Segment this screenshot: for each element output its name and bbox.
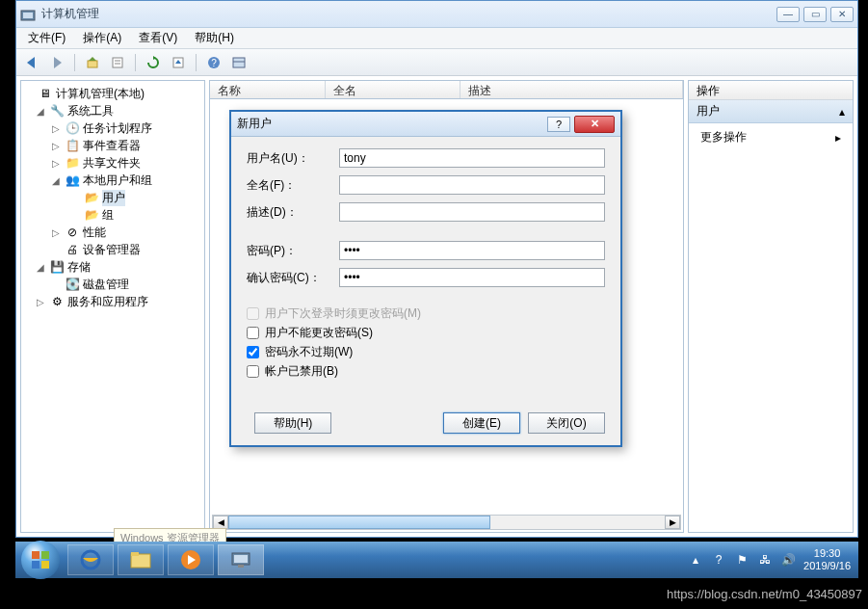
chk-cannotchange[interactable] [247, 327, 259, 339]
help-button[interactable]: 帮助(H) [254, 412, 331, 434]
taskbar-clock[interactable]: 19:302019/9/16 [803, 547, 851, 572]
actions-more[interactable]: 更多操作▸ [689, 123, 853, 151]
forward-button[interactable] [47, 53, 66, 72]
device-icon: 🖨 [65, 242, 80, 257]
menu-help[interactable]: 帮助(H) [187, 28, 242, 48]
titlebar[interactable]: 计算机管理 — ▭ ✕ [16, 1, 857, 28]
view-button[interactable] [229, 53, 249, 72]
toolbar: ? [16, 49, 857, 76]
minimize-button[interactable]: — [776, 7, 800, 22]
tray-volume-icon[interactable]: 🔊 [780, 552, 796, 568]
start-button[interactable] [21, 541, 60, 579]
folder-icon: 📂 [84, 207, 99, 223]
dialog-help-button[interactable]: ? [547, 117, 570, 132]
scroll-left-button[interactable]: ◀ [213, 516, 228, 529]
app-icon [20, 7, 36, 22]
password-input[interactable] [339, 241, 605, 260]
tree-perf[interactable]: 性能 [83, 225, 106, 241]
disk-icon: 💽 [65, 277, 80, 292]
clock-icon: 🕒 [65, 120, 80, 136]
taskbar-ie[interactable] [67, 544, 114, 575]
refresh-button[interactable] [144, 53, 163, 72]
tree-diskmgr[interactable]: 磁盘管理 [83, 277, 129, 293]
password-label: 密码(P)： [247, 243, 339, 259]
scroll-right-button[interactable]: ▶ [665, 516, 680, 529]
fullname-input[interactable] [339, 175, 605, 195]
desc-label: 描述(D)： [247, 204, 339, 221]
svg-text:?: ? [211, 58, 217, 68]
chk-disabled[interactable] [247, 365, 259, 378]
desc-input[interactable] [339, 202, 605, 222]
tray-up-icon[interactable]: ▴ [688, 552, 703, 568]
confirm-input[interactable] [339, 268, 605, 287]
taskbar-explorer[interactable] [118, 544, 164, 575]
chk-neverexpire[interactable] [247, 346, 259, 358]
new-user-dialog: 新用户 ? ✕ 用户名(U)： 全名(F)： 描述(D)： 密码(P)： 确认密… [229, 110, 622, 447]
horizontal-scrollbar[interactable]: ◀ ▶ [212, 515, 681, 530]
actions-section[interactable]: 用户▴ [689, 100, 853, 123]
help-button[interactable]: ? [204, 53, 224, 72]
tree-shared[interactable]: 共享文件夹 [83, 155, 141, 172]
taskbar-media[interactable] [168, 544, 214, 575]
close-dialog-button[interactable]: 关闭(O) [528, 412, 605, 434]
tree-storage[interactable]: 存储 [67, 259, 91, 276]
tree-root[interactable]: 计算机管理(本地) [56, 86, 145, 102]
svg-rect-26 [234, 555, 248, 563]
confirm-label: 确认密码(C)： [247, 270, 339, 286]
tray-network-icon[interactable]: 🖧 [757, 552, 773, 568]
menu-file[interactable]: 文件(F) [20, 28, 73, 48]
col-name[interactable]: 名称 [210, 81, 326, 98]
svg-rect-4 [88, 61, 97, 67]
export-button[interactable] [169, 53, 188, 72]
svg-rect-17 [41, 551, 49, 559]
tree-localusers[interactable]: 本地用户和组 [83, 172, 152, 189]
tree-devmgr[interactable]: 设备管理器 [83, 242, 141, 258]
menu-view[interactable]: 查看(V) [131, 28, 185, 48]
tree-systools[interactable]: 系统工具 [67, 103, 114, 119]
properties-button[interactable] [108, 53, 127, 72]
tray-flag-icon[interactable]: ⚑ [734, 552, 750, 568]
tray-help-icon[interactable]: ? [711, 552, 726, 568]
svg-rect-27 [238, 565, 244, 568]
svg-marker-5 [89, 57, 96, 61]
dialog-title: 新用户 [237, 116, 547, 132]
tree-groups[interactable]: 组 [102, 207, 114, 224]
maximize-button[interactable]: ▭ [803, 7, 827, 22]
actions-pane: 操作 用户▴ 更多操作▸ [688, 80, 854, 533]
create-button[interactable]: 创建(E) [443, 412, 520, 434]
wrench-icon: 🔧 [49, 103, 65, 119]
svg-marker-2 [27, 57, 35, 68]
tree-event[interactable]: 事件查看器 [83, 138, 141, 154]
list-header[interactable]: 名称 全名 描述 [209, 80, 684, 99]
svg-rect-19 [41, 561, 49, 569]
up-button[interactable] [83, 53, 102, 72]
dialog-close-button[interactable]: ✕ [574, 116, 615, 133]
scroll-thumb[interactable] [228, 516, 490, 529]
fullname-label: 全名(F)： [247, 177, 339, 194]
tree-users[interactable]: 用户 [102, 190, 125, 206]
svg-rect-22 [131, 552, 139, 556]
computer-icon: 🖥 [38, 86, 53, 101]
username-input[interactable] [339, 148, 605, 168]
shared-icon: 📁 [65, 155, 80, 171]
username-label: 用户名(U)： [247, 150, 339, 167]
svg-rect-21 [131, 554, 150, 568]
chevron-right-icon: ▸ [835, 131, 841, 145]
system-tray: ▴ ? ⚑ 🖧 🔊 19:302019/9/16 [688, 547, 858, 572]
collapse-icon[interactable]: ▴ [839, 105, 845, 119]
folder-icon: 📂 [84, 190, 99, 205]
taskbar[interactable]: ▴ ? ⚑ 🖧 🔊 19:302019/9/16 [15, 542, 858, 578]
dialog-titlebar[interactable]: 新用户 ? ✕ [231, 112, 620, 137]
tree-services[interactable]: 服务和应用程序 [67, 294, 148, 310]
taskbar-compmgmt[interactable] [218, 544, 264, 575]
col-fullname[interactable]: 全名 [326, 81, 460, 98]
menu-action[interactable]: 操作(A) [75, 28, 129, 48]
tree-pane[interactable]: 🖥计算机管理(本地) ◢🔧系统工具 ▷🕒任务计划程序 ▷📋事件查看器 ▷📁共享文… [20, 80, 205, 533]
event-icon: 📋 [65, 138, 80, 153]
col-desc[interactable]: 描述 [460, 81, 683, 98]
close-button[interactable]: ✕ [830, 7, 854, 22]
tree-task[interactable]: 任务计划程序 [83, 120, 152, 137]
back-button[interactable] [22, 53, 41, 72]
svg-rect-6 [113, 58, 122, 67]
actions-header: 操作 [689, 81, 853, 100]
